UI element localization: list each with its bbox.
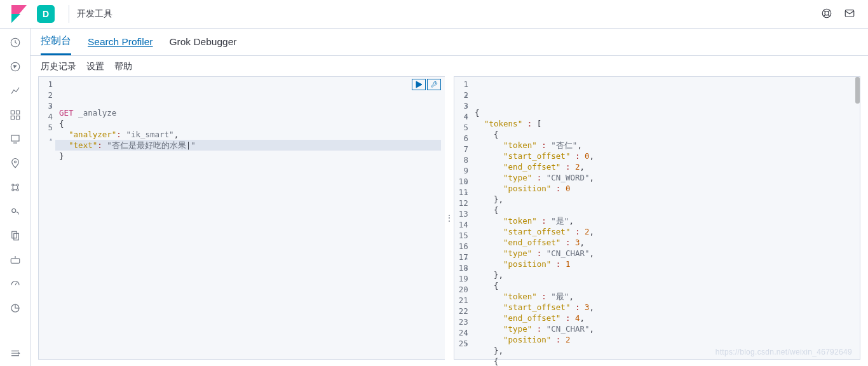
- maps-icon[interactable]: [9, 157, 22, 170]
- svg-point-22: [17, 189, 18, 191]
- tab-console[interactable]: 控制台: [41, 29, 71, 55]
- run-request-button[interactable]: [412, 79, 426, 90]
- response-viewer[interactable]: 1 ▾2 ▾3 ▾456789 ▴10 ▾111213141516 ▴17 ▾1…: [454, 76, 860, 360]
- scrollbar-thumb[interactable]: [855, 77, 860, 104]
- svg-rect-28: [11, 231, 17, 238]
- uptime-icon[interactable]: [9, 278, 22, 290]
- svg-marker-36: [416, 81, 422, 88]
- svg-rect-13: [16, 111, 19, 114]
- tab-search-profiler[interactable]: Search Profiler: [88, 36, 153, 48]
- apm-icon[interactable]: [9, 254, 22, 266]
- response-code: { "tokens" : [ { "token" : "杏仁", "start_…: [471, 77, 860, 359]
- svg-rect-8: [845, 10, 854, 17]
- svg-marker-1: [11, 14, 20, 23]
- svg-line-6: [824, 15, 825, 16]
- topbar-separator: [69, 5, 69, 23]
- kibana-logo[interactable]: [9, 4, 29, 24]
- console-toolbar: 历史记录 设置 帮助: [31, 56, 868, 76]
- logs-icon[interactable]: [9, 229, 22, 242]
- svg-rect-15: [16, 116, 19, 119]
- settings-link[interactable]: 设置: [86, 61, 104, 72]
- response-gutter: 1 ▾2 ▾3 ▾456789 ▴10 ▾111213141516 ▴17 ▾1…: [454, 77, 471, 359]
- visualize-icon[interactable]: [9, 85, 22, 97]
- ml-icon[interactable]: [9, 181, 22, 194]
- metrics-icon[interactable]: [9, 205, 22, 218]
- svg-line-4: [824, 10, 825, 11]
- svg-line-7: [828, 15, 829, 16]
- siem-icon[interactable]: [9, 302, 22, 315]
- svg-marker-11: [13, 65, 16, 68]
- history-link[interactable]: 历史记录: [41, 61, 76, 72]
- svg-point-19: [11, 184, 13, 186]
- svg-rect-29: [13, 233, 18, 240]
- svg-point-2: [822, 9, 831, 18]
- svg-rect-30: [11, 259, 20, 264]
- topbar: D 开发工具: [0, 0, 868, 29]
- space-selector[interactable]: D: [37, 5, 55, 23]
- dashboard-icon[interactable]: [9, 109, 22, 121]
- discover-icon[interactable]: [9, 60, 22, 73]
- svg-rect-12: [11, 111, 14, 114]
- app-title: 开发工具: [77, 8, 112, 20]
- drag-handle-icon: ⋮: [445, 217, 453, 219]
- help-link[interactable]: 帮助: [114, 61, 132, 72]
- dev-tools-tabs: 控制台 Search Profiler Grok Debugger: [31, 29, 868, 56]
- request-editor[interactable]: 12 ▾345 ▴ GET _analyze{ "analyzer": "ik_…: [38, 76, 445, 360]
- recent-icon[interactable]: [9, 36, 22, 49]
- svg-line-32: [15, 283, 17, 285]
- svg-point-27: [11, 209, 15, 213]
- help-icon[interactable]: [821, 8, 832, 21]
- collapse-nav-icon[interactable]: [9, 347, 22, 360]
- svg-point-21: [11, 189, 13, 191]
- side-nav: [0, 29, 31, 366]
- svg-point-20: [17, 184, 18, 186]
- svg-rect-16: [11, 135, 19, 141]
- request-gutter: 12 ▾345 ▴: [39, 77, 55, 359]
- tab-grok-debugger[interactable]: Grok Debugger: [170, 36, 237, 48]
- watermark-text: https://blog.csdn.net/weixin_46792649: [715, 348, 852, 356]
- svg-point-3: [825, 11, 829, 15]
- svg-line-5: [828, 10, 829, 11]
- request-code[interactable]: GET _analyze{ "analyzer": "ik_smart", "t…: [55, 77, 445, 359]
- pane-divider[interactable]: ⋮: [445, 76, 454, 360]
- svg-rect-14: [11, 116, 14, 119]
- request-options-button[interactable]: [427, 79, 441, 90]
- canvas-icon[interactable]: [9, 133, 22, 146]
- svg-point-18: [14, 161, 16, 163]
- feedback-icon[interactable]: [844, 8, 855, 21]
